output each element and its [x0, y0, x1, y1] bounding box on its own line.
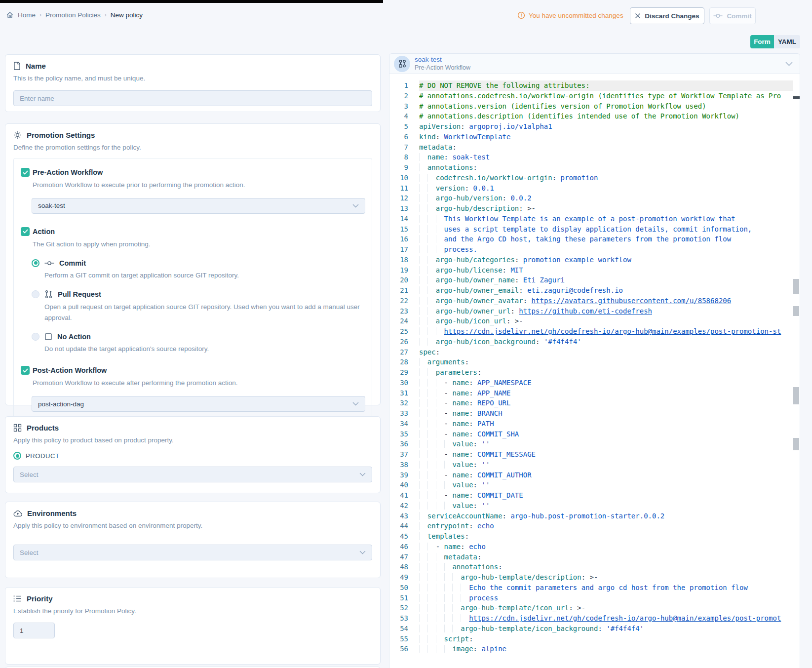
line-content: templates: — [419, 531, 793, 542]
editor-line-24[interactable]: 24 argo-hub/icon_url: >- — [389, 316, 800, 326]
scrollbar-mark[interactable] — [793, 438, 799, 450]
line-content: spec: — [419, 347, 793, 357]
editor-line-54[interactable]: 54 argo-hub-template/icon_background: '#… — [389, 624, 800, 634]
toggle-form[interactable]: Form — [750, 35, 774, 48]
environment-select[interactable]: Select — [13, 545, 372, 560]
editor-line-45[interactable]: 45 templates: — [389, 531, 800, 542]
check-icon — [23, 170, 28, 175]
line-content: - name: REPO_URL — [419, 398, 793, 408]
editor-line-10[interactable]: 10 codefresh.io/workflow-origin: promoti… — [389, 173, 800, 183]
pull-request-radio[interactable] — [32, 290, 39, 298]
home-icon[interactable] — [6, 11, 14, 19]
editor-line-40[interactable]: 40 value: '' — [389, 480, 800, 490]
editor-line-7[interactable]: 7metadata: — [389, 142, 800, 153]
line-number: 13 — [389, 203, 408, 214]
editor-line-19[interactable]: 19 argo-hub/license: MIT — [389, 265, 800, 275]
discard-changes-button[interactable]: Discard Changes — [630, 7, 704, 24]
toggle-yaml[interactable]: YAML — [774, 35, 800, 48]
scrollbar-mark[interactable] — [793, 306, 799, 316]
editor-line-51[interactable]: 51 process — [389, 593, 800, 603]
line-number: 55 — [389, 634, 408, 644]
name-card-icon — [13, 62, 21, 70]
post-action-checkbox[interactable] — [21, 366, 30, 375]
editor-line-15[interactable]: 15 uses a script template to display app… — [389, 224, 800, 235]
editor-line-6[interactable]: 6kind: WorkflowTemplate — [389, 132, 800, 142]
pre-action-checkbox[interactable] — [21, 168, 30, 177]
scrollbar-mark[interactable] — [793, 279, 799, 294]
editor-line-43[interactable]: 43 serviceAccountName: argo-hub.post-pro… — [389, 511, 800, 521]
editor-line-23[interactable]: 23 argo-hub/owner_url: https://github.co… — [389, 306, 800, 316]
editor-line-41[interactable]: 41 - name: COMMIT_DATE — [389, 490, 800, 501]
line-content: value: '' — [419, 501, 793, 511]
close-icon — [635, 13, 641, 19]
editor-line-53[interactable]: 53 https://cdn.jsdelivr.net/gh/codefresh… — [389, 613, 800, 624]
editor-line-8[interactable]: 8 name: soak-test — [389, 152, 800, 162]
breadcrumb-promotion-policies[interactable]: Promotion Policies — [45, 11, 101, 19]
editor-line-22[interactable]: 22 argo-hub/owner_avatar: https://avatar… — [389, 296, 800, 306]
editor-line-20[interactable]: 20 argo-hub/owner_name: Eti Zaguri — [389, 275, 800, 285]
workflow-name[interactable]: soak-test — [415, 56, 470, 64]
code-lines[interactable]: 1# DO NOT REMOVE the following attribute… — [389, 80, 800, 654]
commit-button[interactable]: Commit — [709, 7, 756, 24]
editor-line-26[interactable]: 26 argo-hub/icon_background: '#f4f4f4' — [389, 337, 800, 347]
editor-line-27[interactable]: 27spec: — [389, 347, 800, 357]
yaml-code-editor[interactable]: 1# DO NOT REMOVE the following attribute… — [389, 74, 800, 668]
editor-line-42[interactable]: 42 value: '' — [389, 501, 800, 511]
collapse-chevron-icon[interactable] — [785, 62, 793, 66]
editor-line-38[interactable]: 38 value: '' — [389, 460, 800, 470]
editor-line-50[interactable]: 50 Echo the commit parameters and argo c… — [389, 583, 800, 593]
action-checkbox[interactable] — [21, 227, 30, 236]
editor-line-3[interactable]: 3# annotations.version (identifies versi… — [389, 101, 800, 112]
editor-line-2[interactable]: 2# annotations.codefresh.io/workflow-ori… — [389, 91, 800, 101]
editor-line-4[interactable]: 4# annotations.description (identifies i… — [389, 111, 800, 121]
editor-line-30[interactable]: 30 - name: APP_NAMESPACE — [389, 378, 800, 388]
editor-line-56[interactable]: 56 image: alpine — [389, 644, 800, 654]
editor-line-14[interactable]: 14 This Workflow Template is an example … — [389, 214, 800, 224]
line-number: 51 — [389, 593, 408, 603]
priority-input[interactable]: 1 — [13, 623, 55, 638]
post-action-workflow-select[interactable]: post-action-dag — [32, 396, 365, 412]
no-action-radio[interactable] — [32, 333, 39, 341]
product-radio[interactable] — [13, 452, 21, 460]
breadcrumb-home[interactable]: Home — [18, 11, 36, 19]
editor-line-31[interactable]: 31 - name: APP_NAME — [389, 388, 800, 398]
editor-line-16[interactable]: 16 and the Argo CD host, taking these pa… — [389, 234, 800, 244]
editor-line-52[interactable]: 52 argo-hub-template/icon_url: >- — [389, 603, 800, 613]
product-select[interactable]: Select — [13, 467, 372, 482]
editor-line-35[interactable]: 35 - name: COMMIT_SHA — [389, 429, 800, 439]
editor-line-48[interactable]: 48 annotations: — [389, 562, 800, 572]
editor-line-49[interactable]: 49 argo-hub-template/description: >- — [389, 572, 800, 583]
pre-action-workflow-select[interactable]: soak-test — [32, 198, 365, 214]
editor-line-9[interactable]: 9 annotations: — [389, 162, 800, 173]
editor-line-36[interactable]: 36 value: '' — [389, 439, 800, 449]
editor-line-11[interactable]: 11 version: 0.0.1 — [389, 183, 800, 194]
workflow-header[interactable]: soak-test Pre-Action Workflow — [389, 54, 800, 74]
editor-line-1[interactable]: 1# DO NOT REMOVE the following attribute… — [389, 80, 800, 91]
editor-line-37[interactable]: 37 - name: COMMIT_MESSAGE — [389, 449, 800, 460]
commit-radio[interactable] — [32, 259, 39, 267]
editor-scrollbar[interactable] — [793, 94, 800, 668]
policy-name-input[interactable]: Enter name — [13, 90, 372, 106]
editor-line-47[interactable]: 47 metadata: — [389, 552, 800, 562]
editor-line-34[interactable]: 34 - name: PATH — [389, 419, 800, 429]
editor-line-55[interactable]: 55 script: — [389, 634, 800, 644]
editor-line-39[interactable]: 39 - name: COMMIT_AUTHOR — [389, 470, 800, 480]
editor-line-18[interactable]: 18 argo-hub/categories: promotion exampl… — [389, 255, 800, 265]
scrollbar-mark[interactable] — [793, 387, 799, 404]
editor-line-21[interactable]: 21 argo-hub/owner_email: eti.zaguri@code… — [389, 285, 800, 296]
editor-line-33[interactable]: 33 - name: BRANCH — [389, 408, 800, 419]
editor-line-12[interactable]: 12 argo-hub/version: 0.0.2 — [389, 193, 800, 203]
editor-line-46[interactable]: 46 - name: echo — [389, 542, 800, 552]
editor-line-13[interactable]: 13 argo-hub/description: >- — [389, 203, 800, 214]
editor-line-44[interactable]: 44 entrypoint: echo — [389, 521, 800, 531]
editor-line-29[interactable]: 29 parameters: — [389, 367, 800, 378]
editor-line-32[interactable]: 32 - name: REPO_URL — [389, 398, 800, 408]
no-action-option-label: No Action — [57, 333, 91, 341]
priority-list-icon — [13, 595, 22, 602]
editor-line-17[interactable]: 17 process. — [389, 244, 800, 255]
line-content: argo-hub/categories: promotion example w… — [419, 255, 793, 265]
editor-line-25[interactable]: 25 https://cdn.jsdelivr.net/gh/codefresh… — [389, 326, 800, 337]
editor-line-28[interactable]: 28 arguments: — [389, 357, 800, 367]
line-content: - name: echo — [419, 542, 793, 552]
editor-line-5[interactable]: 5apiVersion: argoproj.io/v1alpha1 — [389, 121, 800, 132]
